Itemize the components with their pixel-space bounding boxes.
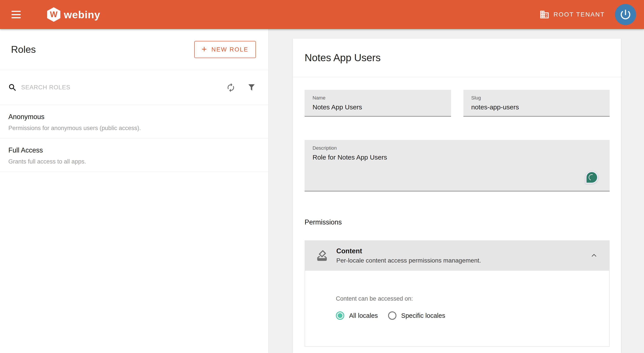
accordion-subtitle: Per-locale content access permissions ma… xyxy=(336,257,590,264)
slug-field: Slug xyxy=(464,90,610,117)
accordion-titles: Content Per-locale content access permis… xyxy=(336,247,590,264)
role-list-item-anonymous[interactable]: Anonymous Permissions for anonymous user… xyxy=(0,105,268,138)
roles-list: Anonymous Permissions for anonymous user… xyxy=(0,105,268,172)
radio-label: Specific locales xyxy=(401,312,445,319)
tenant-selector[interactable]: ROOT TENANT xyxy=(540,9,605,19)
building-icon xyxy=(540,9,550,19)
new-role-label: NEW ROLE xyxy=(212,46,248,53)
accordion-body: Content can be accessed on: All locales … xyxy=(304,271,610,347)
role-detail-card: Notes App Users Name Slug Description xyxy=(293,38,621,353)
webiny-logo-letter: W xyxy=(50,10,58,19)
description-input[interactable] xyxy=(312,154,602,187)
radio-all-locales[interactable]: All locales xyxy=(336,312,378,320)
role-item-description: Grants full access to all apps. xyxy=(8,158,260,165)
chevron-up-icon[interactable] xyxy=(590,251,599,260)
search-icon xyxy=(8,83,17,92)
radio-label: All locales xyxy=(349,312,378,319)
locales-radio-group: All locales Specific locales xyxy=(336,312,609,320)
description-field: Description xyxy=(304,140,610,191)
roles-panel-header: Roles + NEW ROLE xyxy=(0,29,268,70)
accordion-title: Content xyxy=(336,247,590,255)
slug-field-label: Slug xyxy=(471,95,602,101)
role-item-name: Anonymous xyxy=(8,113,260,121)
page-title: Roles xyxy=(11,44,36,55)
menu-icon[interactable] xyxy=(12,11,21,18)
radio-selected-icon xyxy=(336,312,344,320)
content-permissions-accordion: Content Per-locale content access permis… xyxy=(304,240,610,347)
access-question-label: Content can be accessed on: xyxy=(336,295,609,302)
search-bar xyxy=(0,70,268,105)
webiny-hexagon-icon: W xyxy=(47,7,60,22)
role-item-name: Full Access xyxy=(8,146,260,154)
webiny-logo[interactable]: W webiny xyxy=(47,7,100,22)
description-field-label: Description xyxy=(312,145,602,151)
new-role-button[interactable]: + NEW ROLE xyxy=(194,41,256,58)
filter-icon[interactable] xyxy=(247,83,256,92)
radio-unselected-icon xyxy=(388,312,396,320)
permissions-heading: Permissions xyxy=(304,218,621,226)
power-icon xyxy=(619,8,632,21)
roles-panel: Roles + NEW ROLE xyxy=(0,29,268,353)
name-field-label: Name xyxy=(312,95,443,101)
search-input[interactable] xyxy=(21,84,226,91)
main-layout: Roles + NEW ROLE xyxy=(0,29,644,353)
accordion-header-content[interactable]: Content Per-locale content access permis… xyxy=(304,240,610,271)
name-field: Name xyxy=(304,90,451,117)
content-area: Notes App Users Name Slug Description xyxy=(268,29,644,353)
role-item-description: Permissions for anonymous users (public … xyxy=(8,125,260,132)
webiny-wordmark: webiny xyxy=(64,8,100,21)
avatar[interactable] xyxy=(615,4,636,25)
app-bar: W webiny ROOT TENANT xyxy=(0,0,644,29)
refresh-icon[interactable] xyxy=(226,83,236,92)
role-title-row: Notes App Users xyxy=(293,38,621,77)
cursor-spinner-icon xyxy=(586,171,598,184)
tenant-label: ROOT TENANT xyxy=(554,11,605,18)
name-input[interactable] xyxy=(312,103,443,111)
ballot-icon xyxy=(316,249,328,262)
role-list-item-full-access[interactable]: Full Access Grants full access to all ap… xyxy=(0,138,268,172)
role-title: Notes App Users xyxy=(304,52,380,64)
slug-input[interactable] xyxy=(471,103,602,111)
radio-specific-locales[interactable]: Specific locales xyxy=(388,312,445,320)
name-slug-row: Name Slug xyxy=(304,90,610,117)
plus-icon: + xyxy=(202,45,208,53)
